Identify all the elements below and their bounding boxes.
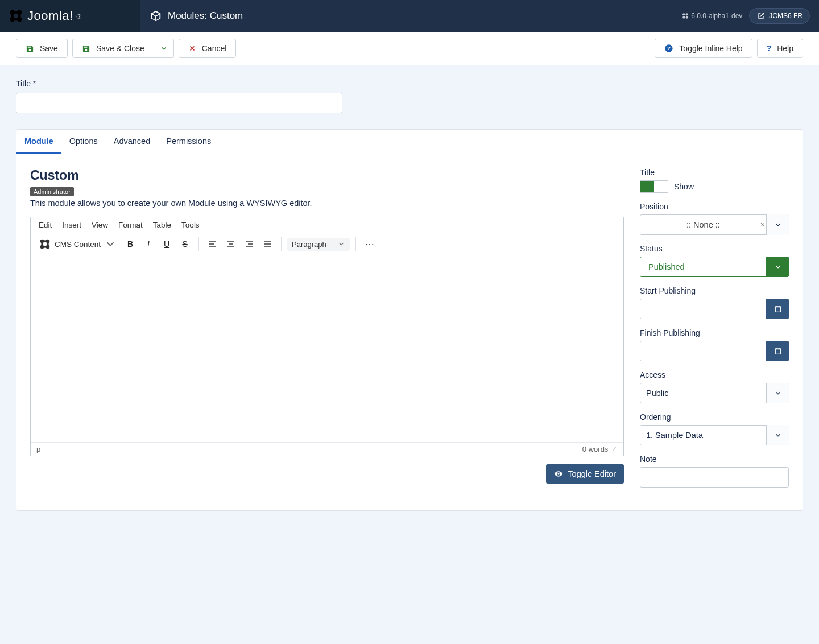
save-button[interactable]: Save [16, 39, 68, 58]
side-title-label: Title [640, 168, 789, 177]
svg-rect-6 [11, 14, 14, 18]
underline-button[interactable]: U [159, 236, 175, 252]
svg-rect-4 [14, 11, 18, 14]
toggle-inline-help-button[interactable]: ? Toggle Inline Help [655, 39, 752, 58]
page-title-text: Modules: Custom [168, 10, 243, 22]
editor-menu-edit[interactable]: Edit [39, 221, 52, 229]
svg-point-9 [686, 13, 688, 15]
start-publishing-picker[interactable] [766, 299, 789, 319]
cancel-button[interactable]: Cancel [179, 39, 237, 58]
chevron-down-icon [160, 44, 168, 52]
admin-badge: Administrator [30, 187, 74, 196]
editor-menu-table[interactable]: Table [153, 221, 171, 229]
module-description: This module allows you to create your ow… [30, 199, 624, 208]
tab-options[interactable]: Options [61, 130, 106, 154]
start-publishing-label: Start Publishing [640, 286, 789, 295]
align-center-button[interactable] [223, 236, 239, 252]
version-label: 6.0.0-alpha1-dev [682, 12, 742, 20]
align-left-button[interactable] [205, 236, 221, 252]
editor-menu-format[interactable]: Format [118, 221, 143, 229]
more-button[interactable]: ⋯ [362, 239, 378, 250]
finish-publishing-picker[interactable] [766, 341, 789, 361]
align-right-button[interactable] [241, 236, 257, 252]
title-label: Title * [16, 79, 803, 88]
resize-handle[interactable]: ⟋ [610, 445, 618, 453]
show-title-toggle[interactable] [640, 180, 668, 193]
wysiwyg-editor: Edit Insert View Format Table Tools [30, 217, 624, 456]
align-center-icon [226, 240, 235, 249]
ordering-dropdown-button[interactable] [766, 425, 789, 445]
calendar-icon [774, 347, 782, 355]
tab-advanced[interactable]: Advanced [106, 130, 159, 154]
tab-permissions[interactable]: Permissions [158, 130, 219, 154]
bold-button[interactable]: B [122, 236, 138, 252]
align-right-icon [245, 240, 254, 249]
joomla-icon [8, 8, 24, 24]
start-publishing-input[interactable] [640, 299, 789, 319]
clear-position-icon[interactable]: × [760, 220, 765, 229]
brand-panel[interactable]: Joomla!® [0, 0, 140, 32]
italic-button[interactable]: I [140, 236, 156, 252]
chevron-down-icon [774, 263, 782, 271]
brand-logo: Joomla!® [8, 8, 81, 24]
show-title-value: Show [674, 182, 694, 191]
align-justify-icon [263, 240, 272, 249]
align-justify-button[interactable] [259, 236, 275, 252]
chevron-down-icon [774, 221, 782, 229]
finish-publishing-input[interactable] [640, 341, 789, 361]
block-format-dropdown[interactable]: Paragraph [287, 238, 350, 251]
svg-rect-7 [18, 14, 20, 18]
editor-menu-tools[interactable]: Tools [181, 221, 200, 229]
svg-rect-23 [47, 242, 49, 246]
note-input[interactable] [640, 467, 789, 488]
editor-body[interactable] [31, 255, 623, 442]
position-label: Position [640, 202, 789, 211]
svg-point-10 [682, 16, 685, 19]
close-icon [188, 44, 196, 52]
editor-path: p [36, 445, 40, 453]
eye-icon [554, 469, 563, 478]
finish-publishing-label: Finish Publishing [640, 328, 789, 337]
page-title: Modules: Custom [140, 10, 252, 22]
target-link[interactable]: JCMS6 FR [749, 8, 810, 24]
strikethrough-button[interactable]: S [177, 236, 193, 252]
external-link-icon [756, 11, 766, 20]
ordering-label: Ordering [640, 412, 789, 422]
position-dropdown-button[interactable] [766, 214, 789, 235]
tab-module[interactable]: Module [16, 130, 61, 154]
word-count: 0 words [582, 445, 609, 453]
save-icon [82, 44, 90, 53]
question-icon: ? [767, 44, 772, 53]
cube-icon [150, 10, 162, 22]
chevron-down-icon [774, 431, 782, 439]
access-select[interactable]: Public [640, 383, 789, 403]
editor-menu-insert[interactable]: Insert [62, 221, 81, 229]
toggle-editor-button[interactable]: Toggle Editor [546, 464, 624, 484]
svg-rect-5 [14, 18, 18, 20]
chevron-down-icon [774, 389, 782, 397]
joomla-icon [39, 238, 51, 250]
editor-menu-view[interactable]: View [92, 221, 108, 229]
title-input[interactable] [16, 93, 342, 113]
svg-point-8 [682, 13, 685, 15]
help-button[interactable]: ? Help [757, 39, 803, 58]
svg-rect-20 [43, 240, 47, 242]
save-dropdown[interactable] [154, 39, 174, 58]
status-dropdown-button[interactable] [766, 257, 789, 277]
svg-point-11 [686, 16, 688, 19]
status-select[interactable]: Published [640, 257, 789, 277]
svg-rect-22 [41, 242, 43, 246]
save-close-button[interactable]: Save & Close [72, 39, 154, 58]
joomla-mini-icon [682, 13, 689, 19]
note-label: Note [640, 455, 789, 464]
align-left-icon [208, 240, 217, 249]
cms-content-dropdown[interactable]: CMS Content [35, 236, 120, 253]
save-icon [26, 44, 34, 53]
ordering-select[interactable]: 1. Sample Data [640, 425, 789, 445]
access-dropdown-button[interactable] [766, 383, 789, 403]
chevron-down-icon [104, 238, 117, 250]
access-label: Access [640, 370, 789, 379]
position-select[interactable]: :: None :: × [640, 214, 789, 235]
status-label: Status [640, 244, 789, 253]
svg-text:?: ? [667, 46, 671, 51]
